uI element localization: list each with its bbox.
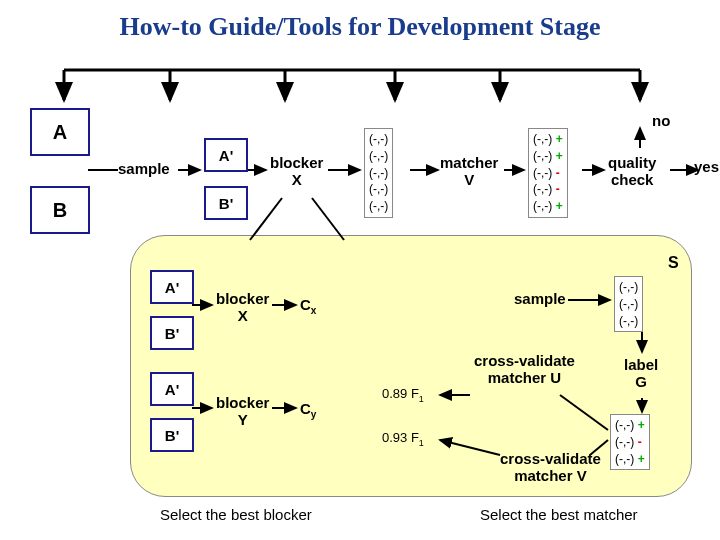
label-blocker-x-2: blocker X	[216, 290, 269, 324]
label-yes: yes	[694, 158, 719, 175]
label-no: no	[652, 112, 670, 129]
box-a-prime-3: A'	[150, 372, 194, 406]
label-s: S	[668, 254, 679, 272]
label-cv-u: cross-validate matcher U	[474, 352, 575, 386]
label-sample: sample	[118, 160, 170, 177]
pairs-signed-3: (-,-) + (-,-) - (-,-) +	[610, 414, 650, 470]
box-a-prime-1: A'	[204, 138, 248, 172]
label-cx: Cx	[300, 296, 316, 316]
page-title: How-to Guide/Tools for Development Stage	[0, 12, 720, 42]
svg-line-16	[250, 198, 282, 240]
box-b-prime-2: B'	[150, 316, 194, 350]
label-matcher-v: matcher V	[440, 154, 498, 188]
label-f1-v: 0.93 F1	[382, 430, 424, 448]
box-b: B	[30, 186, 90, 234]
label-quality-check: quality check	[608, 154, 656, 188]
pairs-plain-3: (-,-) (-,-) (-,-)	[614, 276, 643, 332]
svg-line-17	[312, 198, 344, 240]
caption-select-matcher: Select the best matcher	[480, 506, 638, 523]
box-a-prime-2: A'	[150, 270, 194, 304]
pairs-plain-5: (-,-) (-,-) (-,-) (-,-) (-,-)	[364, 128, 393, 218]
pairs-signed-5: (-,-) + (-,-) + (-,-) - (-,-) - (-,-) +	[528, 128, 568, 218]
label-blocker-y: blocker Y	[216, 394, 269, 428]
label-label-g: label G	[624, 356, 658, 390]
label-sample-2: sample	[514, 290, 566, 307]
box-b-prime-3: B'	[150, 418, 194, 452]
label-blocker-x: blocker X	[270, 154, 323, 188]
box-b-prime-1: B'	[204, 186, 248, 220]
label-f1-u: 0.89 F1	[382, 386, 424, 404]
cloud-region	[130, 235, 692, 497]
caption-select-blocker: Select the best blocker	[160, 506, 312, 523]
label-cy: Cy	[300, 400, 316, 420]
label-cv-v: cross-validate matcher V	[500, 450, 601, 484]
box-a: A	[30, 108, 90, 156]
